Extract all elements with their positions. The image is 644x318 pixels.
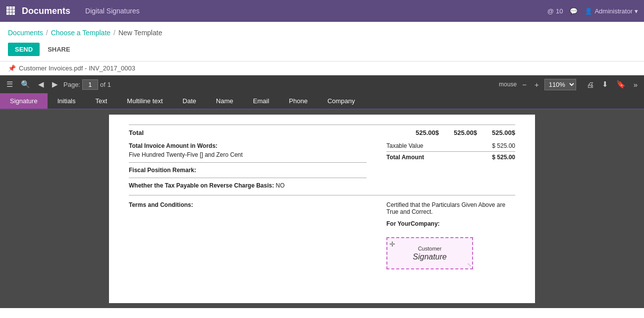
topbar-section: Digital Signatures bbox=[85, 7, 547, 15]
action-bar: SEND SHARE bbox=[0, 39, 644, 61]
total-amount-2: 525.00$ bbox=[454, 129, 477, 136]
invoice-words-value: Five Hundred Twenty-Five [] and Zero Cen… bbox=[129, 151, 367, 158]
pin-icon: 📌 bbox=[8, 64, 16, 72]
reverse-charge-value: NO bbox=[276, 182, 285, 189]
reverse-charge-row: Whether the Tax Payable on Reverse Charg… bbox=[129, 182, 367, 189]
svg-rect-2 bbox=[12, 6, 15, 9]
invoice-words-label: Total Invoice Amount in Words: bbox=[129, 142, 367, 149]
taxable-value: $ 525.00 bbox=[492, 142, 515, 149]
zoom-out-button[interactable]: − bbox=[520, 79, 529, 90]
field-tabs: Signature Initials Text Multiline text D… bbox=[0, 93, 644, 110]
svg-rect-6 bbox=[6, 12, 9, 15]
sidebar-toggle-button[interactable]: ☰ bbox=[4, 79, 15, 90]
signature-label-top: Customer bbox=[418, 246, 442, 252]
invoice-left: Total Invoice Amount in Words: Five Hund… bbox=[129, 142, 367, 189]
tab-email[interactable]: Email bbox=[243, 93, 279, 109]
pdf-filename-bar: 📌 Customer Invoices.pdf - INV_2017_0003 bbox=[0, 62, 644, 75]
total-amount-value: $ 525.00 bbox=[492, 154, 515, 161]
topbar-right: @ 10 💬 👤 Administrator ▾ bbox=[547, 7, 638, 15]
svg-rect-8 bbox=[12, 12, 15, 15]
taxable-label: Taxable Value bbox=[386, 142, 424, 149]
user-menu[interactable]: 👤 Administrator ▾ bbox=[585, 7, 638, 15]
pdf-toolbar: ☰ 🔍 ◀ ▶ Page: of 1 mouse − + 110% 75% 10… bbox=[0, 75, 644, 93]
terms-label: Terms and Conditions: bbox=[129, 201, 367, 208]
print-button[interactable]: 🖨 bbox=[584, 79, 596, 90]
pdf-filename: Customer Invoices.pdf - INV_2017_0003 bbox=[19, 64, 135, 72]
terms-section: Terms and Conditions: Certified that the… bbox=[129, 195, 515, 269]
topbar: Documents Digital Signatures @ 10 💬 👤 Ad… bbox=[0, 0, 644, 22]
user-icon: 👤 bbox=[585, 7, 592, 15]
zoom-select[interactable]: 110% 75% 100% 125% 150% bbox=[544, 79, 576, 90]
notification-badge[interactable]: @ 10 bbox=[547, 7, 563, 15]
page-label: Page: bbox=[63, 81, 80, 88]
for-company: For YourCompany: bbox=[386, 220, 515, 227]
terms-right: Certified that the Particulars Given Abo… bbox=[386, 201, 515, 269]
pdf-content-area: Total 525.00$ 525.00$ 525.00$ Total Invo… bbox=[0, 110, 644, 308]
breadcrumb-choose-template[interactable]: Choose a Template bbox=[51, 29, 110, 37]
total-label: Total bbox=[129, 129, 144, 136]
tab-initials[interactable]: Initials bbox=[48, 93, 86, 109]
search-button[interactable]: 🔍 bbox=[18, 79, 33, 90]
svg-rect-7 bbox=[9, 12, 12, 15]
certified-text: Certified that the Particulars Given Abo… bbox=[386, 201, 515, 215]
notification-count: 10 bbox=[556, 7, 563, 15]
mouse-label: mouse bbox=[499, 81, 517, 88]
taxable-row: Taxable Value $ 525.00 bbox=[386, 142, 515, 149]
total-amount-1: 525.00$ bbox=[416, 129, 439, 136]
svg-rect-4 bbox=[9, 9, 12, 12]
pdf-toolbar-right: 🖨 ⬇ 🔖 » bbox=[584, 79, 640, 90]
page-of: of bbox=[100, 81, 106, 88]
tab-multiline-text[interactable]: Multiline text bbox=[117, 93, 172, 109]
pdf-viewer: 📌 Customer Invoices.pdf - INV_2017_0003 … bbox=[0, 62, 644, 308]
page-input-group: Page: of 1 bbox=[63, 79, 111, 90]
invoice-section: Total Invoice Amount in Words: Five Hund… bbox=[129, 142, 515, 189]
tab-name[interactable]: Name bbox=[206, 93, 243, 109]
move-handle-icon: ✛ bbox=[389, 240, 395, 248]
terms-left: Terms and Conditions: bbox=[129, 201, 367, 269]
breadcrumb-sep2: / bbox=[113, 29, 115, 37]
svg-rect-1 bbox=[9, 6, 12, 9]
breadcrumb: Documents / Choose a Template / New Temp… bbox=[0, 22, 644, 39]
chevron-down-icon: ▾ bbox=[635, 7, 638, 15]
total-amount-label: Total Amount bbox=[386, 154, 424, 161]
signature-label-main: Signature bbox=[413, 253, 447, 261]
grid-icon[interactable] bbox=[6, 6, 15, 16]
total-amount-row: Total Amount $ 525.00 bbox=[386, 151, 515, 161]
breadcrumb-documents[interactable]: Documents bbox=[8, 29, 43, 37]
chat-icon[interactable]: 💬 bbox=[570, 7, 578, 15]
doc-page: Total 525.00$ 525.00$ 525.00$ Total Invo… bbox=[109, 115, 535, 303]
tab-date[interactable]: Date bbox=[173, 93, 206, 109]
bookmark-button[interactable]: 🔖 bbox=[614, 79, 628, 90]
page-number-input[interactable] bbox=[82, 79, 98, 90]
notification-icon: @ bbox=[547, 7, 554, 15]
more-button[interactable]: » bbox=[631, 79, 640, 90]
total-amounts: 525.00$ 525.00$ 525.00$ bbox=[416, 129, 515, 136]
svg-rect-3 bbox=[6, 9, 9, 12]
tab-signature[interactable]: Signature bbox=[0, 93, 48, 109]
reverse-charge-label: Whether the Tax Payable on Reverse Charg… bbox=[129, 182, 274, 189]
total-amount-3: 525.00$ bbox=[492, 129, 515, 136]
page-total: 1 bbox=[107, 81, 111, 88]
total-row: Total 525.00$ 525.00$ 525.00$ bbox=[129, 125, 515, 136]
prev-page-button[interactable]: ◀ bbox=[36, 79, 47, 90]
resize-handle-icon: ⤡ bbox=[467, 262, 471, 267]
signature-box[interactable]: ✛ Customer Signature ⤡ bbox=[386, 237, 473, 269]
zoom-in-button[interactable]: + bbox=[532, 79, 541, 90]
svg-rect-0 bbox=[6, 6, 9, 9]
next-page-button[interactable]: ▶ bbox=[50, 79, 60, 90]
invoice-right: Taxable Value $ 525.00 Total Amount $ 52… bbox=[386, 142, 515, 189]
share-button[interactable]: SHARE bbox=[45, 43, 73, 56]
breadcrumb-sep1: / bbox=[46, 29, 48, 37]
tab-text[interactable]: Text bbox=[86, 93, 117, 109]
send-button[interactable]: SEND bbox=[8, 43, 40, 56]
user-name: Administrator bbox=[594, 7, 633, 15]
download-button[interactable]: ⬇ bbox=[599, 79, 611, 90]
tab-company[interactable]: Company bbox=[318, 93, 365, 109]
tab-phone[interactable]: Phone bbox=[279, 93, 318, 109]
app-title: Documents bbox=[22, 6, 70, 16]
svg-rect-5 bbox=[12, 9, 15, 12]
fiscal-label: Fiscal Position Remark: bbox=[129, 167, 367, 174]
breadcrumb-current: New Template bbox=[118, 29, 162, 37]
